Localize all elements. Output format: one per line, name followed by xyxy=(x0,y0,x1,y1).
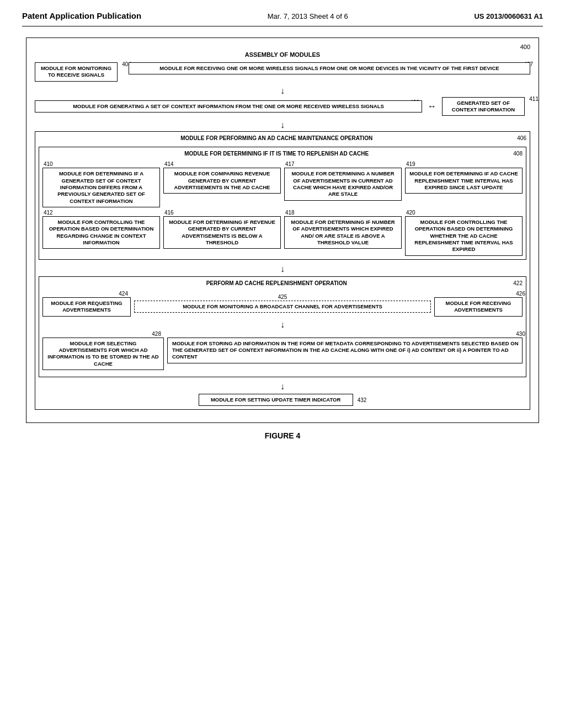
ref-418-label: 418 xyxy=(285,210,295,216)
context-row: 409 MODULE FOR GENERATING A SET OF CONTE… xyxy=(35,97,530,116)
module-407: MODULE FOR RECEIVING ONE OR MORE WIRELES… xyxy=(129,62,530,74)
header-patent-num: US 2013/0060631 A1 xyxy=(474,12,543,20)
arrow-store-down: ↓ xyxy=(42,320,523,330)
diagram-container: 400 ASSEMBLY OF MODULES 404 MODULE FOR M… xyxy=(26,38,539,423)
module-426: MODULE FOR RECEIVING ADVERTISEMENTS xyxy=(434,297,523,317)
ref-419-label: 419 xyxy=(406,161,415,167)
ref-424-label: 424 xyxy=(119,291,128,297)
module-411: GENERATED SET OF CONTEXT INFORMATION xyxy=(442,97,525,116)
top-section: 404 MODULE FOR MONITORING TO RECEIVE SIG… xyxy=(35,62,530,82)
ref-417-label: 417 xyxy=(285,161,295,167)
module-419: MODULE FOR DETERMINING IF AD CACHE REPLE… xyxy=(405,168,523,194)
replenish-top-row: 424 MODULE FOR REQUESTING ADVERTISEMENTS… xyxy=(42,292,523,317)
module-416: MODULE FOR DETERMINING IF REVENUE GENERA… xyxy=(163,216,281,249)
module-425: MODULE FOR MONITORING A BROADCAST CHANNE… xyxy=(134,301,431,313)
ref-422-label: 422 xyxy=(513,280,523,286)
ref-411-label: 411 xyxy=(529,96,539,102)
module-432: MODULE FOR SETTING UPDATE TIMER INDICATO… xyxy=(199,394,353,406)
arrow-replenish-down: ↓ xyxy=(39,264,526,274)
module-409: MODULE FOR GENERATING A SET OF CONTEXT I… xyxy=(35,100,422,113)
module-408-title: MODULE FOR DETERMINING IF IT IS TIME TO … xyxy=(42,151,510,157)
replenish-section: PERFORM AD CACHE REPLENISHMENT OPERATION… xyxy=(39,276,526,377)
module-417: MODULE FOR DETERMINING A NUMBER OF ADVER… xyxy=(284,168,402,200)
ref-408-label: 408 xyxy=(513,151,523,157)
top-module-grid: 410 MODULE FOR DETERMINING IF A GENERATE… xyxy=(42,162,523,207)
ref-414-label: 414 xyxy=(164,161,174,167)
ref-428-label: 428 xyxy=(152,331,161,337)
module-410: MODULE FOR DETERMINING IF A GENERATED SE… xyxy=(42,168,160,207)
page-header: Patent Application Publication Mar. 7, 2… xyxy=(22,11,543,26)
module-418: MODULE FOR DETERMINING IF NUMBER OF ADVE… xyxy=(284,216,402,249)
ref-426-label: 426 xyxy=(516,291,525,297)
replenish-title: PERFORM AD CACHE REPLENISHMENT OPERATION xyxy=(42,280,510,286)
module-406-title: MODULE FOR PERFORMING AN AD CACHE MAINTE… xyxy=(39,135,514,141)
module-414: MODULE FOR COMPARING REVENUE GENERATED B… xyxy=(163,168,281,194)
ref-432-label: 432 xyxy=(358,397,367,403)
module-420: MODULE FOR CONTROLLING THE OPERATION BAS… xyxy=(405,216,523,256)
page: Patent Application Publication Mar. 7, 2… xyxy=(0,0,565,728)
module-430: MODULE FOR STORING AD INFORMATION IN THE… xyxy=(167,338,523,363)
header-publication: Patent Application Publication xyxy=(22,11,141,20)
ref-406-label: 406 xyxy=(517,135,526,141)
arrow-409-down: ↓ xyxy=(35,86,530,96)
figure-caption: FIGURE 4 xyxy=(22,431,543,440)
ref-425-label: 425 xyxy=(278,294,287,300)
ref-410-label: 410 xyxy=(44,161,53,167)
module-432-row: MODULE FOR SETTING UPDATE TIMER INDICATO… xyxy=(39,394,526,406)
diagram-title: ASSEMBLY OF MODULES xyxy=(35,51,530,58)
module-428: MODULE FOR SELECTING ADVERTISEMENTS FOR … xyxy=(42,338,164,370)
module-412: MODULE FOR CONTROLLING THE OPERATION BAS… xyxy=(42,216,160,249)
module-404: MODULE FOR MONITORING TO RECEIVE SIGNALS xyxy=(35,62,118,82)
ref-400: 400 xyxy=(35,44,530,50)
ref-416-label: 416 xyxy=(164,210,174,216)
module-424: MODULE FOR REQUESTING ADVERTISEMENTS xyxy=(42,297,131,317)
module-408-container: MODULE FOR DETERMINING IF IT IS TIME TO … xyxy=(39,147,526,259)
module-406-container: MODULE FOR PERFORMING AN AD CACHE MAINTE… xyxy=(35,131,530,410)
arrow-432-down: ↓ xyxy=(39,382,526,392)
ref-412-label: 412 xyxy=(44,210,53,216)
ref-430-label: 430 xyxy=(516,331,525,337)
ref-420-label: 420 xyxy=(406,210,415,216)
header-date-sheet: Mar. 7, 2013 Sheet 4 of 6 xyxy=(268,12,348,20)
store-row: 428 MODULE FOR SELECTING ADVERTISEMENTS … xyxy=(42,332,523,370)
arrow-406-down: ↓ xyxy=(35,120,530,130)
bottom-module-grid: 412 MODULE FOR CONTROLLING THE OPERATION… xyxy=(42,211,523,256)
